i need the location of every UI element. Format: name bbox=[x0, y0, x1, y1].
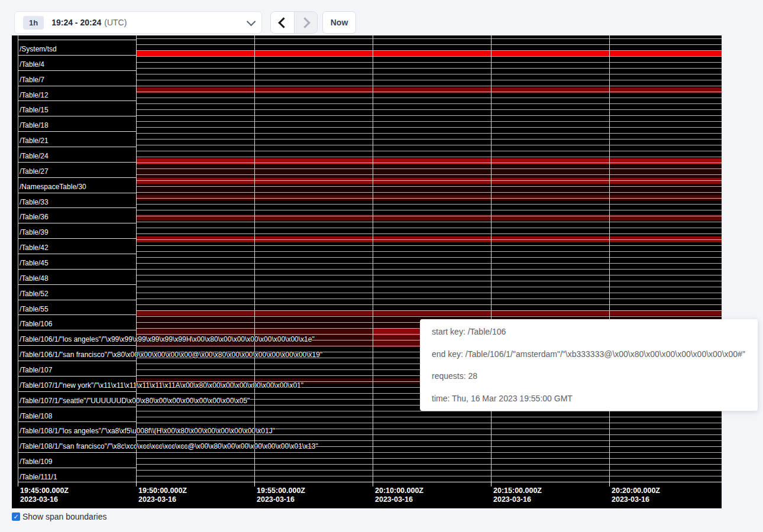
span-boundary-line bbox=[136, 168, 722, 169]
row-label: /Table/18 bbox=[20, 122, 49, 129]
span-boundary-line bbox=[18, 131, 136, 132]
x-axis-label: 20:10:00.000Z2023-03-16 bbox=[375, 486, 423, 504]
span-boundary-line bbox=[136, 157, 722, 157]
span-boundary-line bbox=[136, 80, 722, 80]
row-label: /Table/107/1/"new york"/"\x11\x11\x11\x1… bbox=[20, 382, 303, 390]
span-boundary-line bbox=[136, 476, 722, 476]
row-label: /Table/12 bbox=[20, 92, 49, 99]
span-boundary-line bbox=[136, 163, 722, 163]
span-boundary-line bbox=[18, 100, 136, 101]
key-visualizer-heatmap[interactable]: 19:45:00.000Z2023-03-1619:50:00.000Z2023… bbox=[12, 35, 722, 508]
x-axis-label: 19:45:00.000Z2023-03-16 bbox=[20, 486, 69, 504]
footer: ✓ Show span boundaries bbox=[12, 512, 106, 521]
span-boundary-line bbox=[136, 275, 722, 275]
span-tooltip: start key: /Table/106 end key: /Table/10… bbox=[420, 319, 758, 411]
span-boundary-line bbox=[136, 62, 722, 63]
row-label: /Table/52 bbox=[20, 290, 49, 298]
duration-badge: 1h bbox=[23, 16, 44, 30]
span-boundary-line bbox=[18, 482, 722, 482]
span-boundary-line bbox=[18, 437, 136, 437]
span-boundary-line bbox=[136, 86, 722, 86]
row-label: /Table/109 bbox=[20, 458, 52, 466]
hot-span-band bbox=[136, 178, 722, 184]
span-boundary-line bbox=[136, 74, 722, 74]
span-boundary-line bbox=[136, 310, 722, 311]
row-label: /Table/24 bbox=[20, 153, 49, 160]
time-range-select[interactable]: 1h 19:24 - 20:24 (UTC) bbox=[14, 11, 262, 34]
span-boundary-line bbox=[18, 207, 136, 208]
span-boundary-line bbox=[18, 254, 136, 254]
span-boundary-line bbox=[18, 269, 136, 270]
row-label: /Table/15 bbox=[20, 106, 49, 114]
span-boundary-line bbox=[136, 239, 722, 240]
span-boundary-line bbox=[18, 361, 136, 361]
row-label: /Table/4 bbox=[20, 61, 44, 69]
tooltip-end-key: end key: /Table/106/1/"amsterdam"/"\xb33… bbox=[432, 349, 746, 359]
tooltip-requests: requests: 28 bbox=[432, 371, 746, 381]
row-label: /Table/21 bbox=[20, 137, 49, 145]
span-boundary-line bbox=[18, 421, 136, 422]
span-boundary-line bbox=[136, 452, 722, 453]
row-label: /Table/36 bbox=[20, 213, 49, 221]
span-boundary-line bbox=[18, 300, 136, 300]
row-label: /Table/107 bbox=[20, 366, 52, 374]
span-boundary-line bbox=[18, 238, 136, 239]
span-boundary-line bbox=[136, 257, 722, 258]
time-boundary-line bbox=[491, 35, 492, 484]
span-boundary-line bbox=[136, 56, 722, 57]
show-span-boundaries-checkbox[interactable]: ✓ bbox=[12, 512, 20, 521]
x-axis-label: 19:55:00.000Z2023-03-16 bbox=[257, 486, 305, 504]
now-button[interactable]: Now bbox=[322, 11, 356, 34]
time-boundary-line bbox=[373, 35, 373, 484]
span-boundary-line bbox=[136, 145, 722, 145]
prev-interval-button[interactable] bbox=[271, 12, 294, 33]
span-boundary-line bbox=[136, 50, 722, 51]
row-label: /Table/55 bbox=[20, 306, 49, 313]
axis-tick bbox=[136, 481, 137, 486]
span-boundary-line bbox=[136, 38, 722, 39]
span-boundary-line bbox=[136, 174, 722, 175]
span-boundary-line bbox=[136, 440, 722, 441]
span-boundary-line bbox=[136, 121, 722, 122]
row-label: /Table/108/1/"los angeles"/"\xa8\xf5\u00… bbox=[20, 427, 275, 435]
row-label: /Table/111/1 bbox=[20, 473, 57, 481]
time-range-text: 19:24 - 20:24 bbox=[51, 18, 101, 27]
row-label: /Table/108/1/"san francisco"/"\x8c\xcc\x… bbox=[20, 443, 318, 450]
row-label: /Table/108 bbox=[20, 413, 52, 420]
row-label: /Table/48 bbox=[20, 275, 49, 283]
time-boundary-line bbox=[136, 35, 137, 484]
span-boundary-line bbox=[18, 407, 136, 407]
span-boundary-line bbox=[18, 116, 136, 116]
span-boundary-line bbox=[136, 44, 722, 45]
span-boundary-line bbox=[18, 376, 136, 377]
span-boundary-line bbox=[18, 40, 136, 40]
x-axis-label: 19:50:00.000Z2023-03-16 bbox=[138, 486, 187, 504]
span-boundary-line bbox=[136, 316, 722, 317]
span-boundary-line bbox=[18, 223, 136, 223]
span-boundary-line bbox=[136, 151, 722, 151]
row-label: /Table/107/1/"seattle"/"UUUUUUD\x00\x80\… bbox=[20, 397, 250, 405]
x-axis-label: 20:15:00.000Z2023-03-16 bbox=[493, 486, 542, 504]
span-boundary-line bbox=[136, 109, 722, 110]
span-boundary-line bbox=[136, 98, 722, 98]
span-boundary-line bbox=[136, 281, 722, 281]
tooltip-time: time: Thu, 16 Mar 2023 19:55:00 GMT bbox=[432, 394, 746, 403]
span-boundary-line bbox=[136, 210, 722, 210]
row-label: /Table/106/1/"los angeles"/"\x99\x99\x99… bbox=[20, 336, 315, 343]
span-boundary-line bbox=[136, 293, 722, 293]
span-boundary-line bbox=[136, 228, 722, 228]
span-boundary-line bbox=[18, 70, 136, 71]
span-boundary-line bbox=[18, 162, 136, 163]
span-boundary-line bbox=[136, 216, 722, 216]
span-boundary-line bbox=[18, 314, 136, 315]
span-boundary-line bbox=[136, 263, 722, 264]
next-interval-button[interactable] bbox=[294, 12, 317, 33]
span-boundary-line bbox=[136, 245, 722, 246]
time-boundary-line bbox=[609, 35, 610, 484]
row-label: /NamespaceTable/30 bbox=[20, 183, 86, 191]
axis-tick bbox=[373, 481, 373, 486]
span-boundary-line bbox=[136, 417, 722, 417]
tooltip-start-key: start key: /Table/106 bbox=[432, 327, 746, 336]
span-boundary-line bbox=[18, 86, 136, 86]
span-boundary-line bbox=[136, 133, 722, 134]
